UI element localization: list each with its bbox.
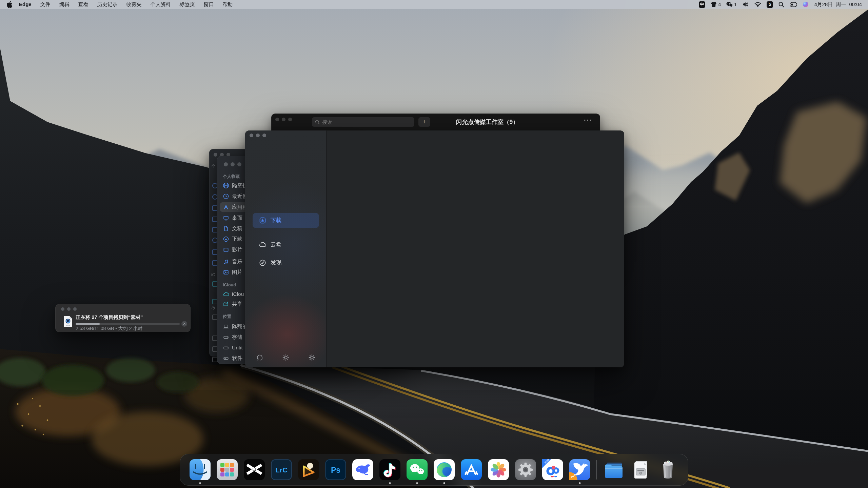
download-traffic-lights[interactable] <box>250 134 266 137</box>
menu-window[interactable]: 窗口 <box>199 0 218 9</box>
wechat-icon <box>407 459 428 480</box>
spotlight-search-icon[interactable] <box>778 2 784 7</box>
shirt-count: 4 <box>718 2 721 7</box>
douyin-icon <box>379 459 400 480</box>
dock-divider <box>596 460 597 480</box>
zoom-button[interactable] <box>237 162 241 166</box>
menu-favorites[interactable]: 收藏夹 <box>122 0 146 9</box>
close-button[interactable] <box>224 162 228 166</box>
laptop-icon <box>223 324 229 329</box>
dock-app-store[interactable] <box>461 459 482 480</box>
dock-edge[interactable] <box>434 459 455 480</box>
documents-stack-icon <box>630 459 651 480</box>
xunlei-icon: Pro <box>569 459 590 480</box>
wechat-status-item[interactable]: 1 <box>726 2 737 7</box>
close-button[interactable] <box>275 118 279 121</box>
wechat-count: 1 <box>734 2 737 7</box>
dock-folder-stack[interactable] <box>603 459 624 480</box>
dock: LrC Ps <box>180 454 688 486</box>
dock-capcut[interactable] <box>244 459 265 480</box>
siri-icon[interactable] <box>803 1 809 7</box>
menu-profiles[interactable]: 个人资料 <box>146 0 175 9</box>
sidebar-item-label: 文稿 <box>232 225 242 232</box>
zoom-button[interactable] <box>262 134 266 137</box>
wifi-icon[interactable] <box>754 2 761 7</box>
dock-deepseek[interactable] <box>352 459 373 480</box>
finder-section-favorites: 个人收藏 <box>223 174 240 180</box>
photoshop-icon: Ps <box>325 459 346 480</box>
menubar-clock[interactable]: 4月28日 周一 00:04 <box>814 1 862 8</box>
input-source-icon[interactable]: 中 <box>699 1 705 8</box>
dock-douyin[interactable] <box>379 459 400 480</box>
download-content-area <box>327 130 624 367</box>
wechat-search-box[interactable] <box>312 117 414 127</box>
menu-file[interactable]: 文件 <box>36 0 55 9</box>
dock-documents-stack[interactable] <box>630 459 651 480</box>
search-icon <box>315 120 320 124</box>
cloud-icon <box>259 241 266 248</box>
dock-baidu-netdisk[interactable]: 2025 <box>542 459 563 480</box>
dialog-traffic-lights[interactable] <box>61 307 77 311</box>
minimize-button[interactable] <box>231 162 235 166</box>
copy-progress-fill <box>76 323 100 325</box>
sidebar-header-fragment: 位 <box>211 306 215 311</box>
zoom-button[interactable] <box>73 307 77 311</box>
shirt-status-item[interactable]: 4 <box>711 2 721 7</box>
nav-item-discover[interactable]: 发现 <box>253 255 319 270</box>
sidebar-item-label: 音乐 <box>232 258 242 265</box>
sidebar-item-label: 下载 <box>232 236 242 243</box>
nav-item-label: 云盘 <box>271 241 281 248</box>
sidebar-item-label: iClou <box>232 291 244 297</box>
cancel-copy-button[interactable]: ✕ <box>181 321 187 327</box>
menu-edit[interactable]: 编辑 <box>55 0 74 9</box>
minimize-button[interactable] <box>67 307 71 311</box>
copy-progress-dialog: MP4 正在将 27 个项目拷贝到“素材” ✕ 2.53 GB/11.08 GB… <box>55 304 191 332</box>
dock-video-player-app[interactable] <box>298 459 319 480</box>
minimize-button[interactable] <box>256 134 260 137</box>
settings-gear-icon[interactable] <box>308 354 316 361</box>
close-button[interactable] <box>250 134 253 137</box>
apple-logo-icon[interactable] <box>7 1 13 8</box>
dock-system-settings[interactable] <box>515 459 536 480</box>
nav-item-cloud-drive[interactable]: 云盘 <box>253 237 319 252</box>
wechat-more-button[interactable]: ··· <box>584 116 593 124</box>
support-headset-icon[interactable] <box>256 354 263 361</box>
menu-help[interactable]: 帮助 <box>218 0 237 9</box>
wechat-search-input[interactable] <box>322 119 405 125</box>
mp4-file-icon: MP4 <box>63 316 73 327</box>
wechat-chat-title: 闪光点传媒工作室（9） <box>456 118 519 126</box>
download-tray-icon <box>259 217 266 224</box>
minimize-button[interactable] <box>282 118 285 121</box>
dock-photos[interactable] <box>488 459 509 480</box>
control-center-icon[interactable] <box>790 2 797 7</box>
desktop-icon <box>223 215 229 221</box>
close-button[interactable] <box>61 307 64 311</box>
close-button[interactable] <box>214 153 217 157</box>
sidebar-header-fragment: iC <box>211 272 215 277</box>
zoom-button[interactable] <box>288 118 292 121</box>
dock-finder[interactable] <box>190 459 211 480</box>
finder-traffic-lights[interactable] <box>224 162 241 166</box>
tshirt-icon <box>711 2 717 7</box>
menu-app-name[interactable]: Edge <box>15 0 36 9</box>
menu-tabs[interactable]: 标签页 <box>175 0 199 9</box>
wechat-traffic-lights[interactable] <box>275 118 292 121</box>
nav-item-label: 下载 <box>271 217 281 224</box>
dock-xunlei[interactable]: Pro <box>569 459 590 480</box>
nav-item-downloads[interactable]: 下载 <box>253 213 319 228</box>
menu-history[interactable]: 历史记录 <box>93 0 122 9</box>
dock-trash[interactable] <box>657 459 678 480</box>
dock-lightroom-classic[interactable]: LrC <box>271 459 292 480</box>
dock-photoshop[interactable]: Ps <box>325 459 346 480</box>
finder-section-icloud: iCloud <box>223 283 236 287</box>
wechat-add-button[interactable]: + <box>418 117 430 127</box>
dock-launchpad[interactable] <box>217 459 238 480</box>
theme-sun-icon[interactable] <box>282 354 290 361</box>
volume-icon[interactable] <box>742 2 749 7</box>
dock-wechat[interactable] <box>407 459 428 480</box>
s-app-status-icon[interactable]: S <box>767 1 773 8</box>
copy-status-text: 2.53 GB/11.08 GB - 大约 2 小时 <box>76 326 142 332</box>
video-player-icon <box>298 459 319 480</box>
menu-view[interactable]: 查看 <box>74 0 93 9</box>
sidebar-item-label: Untit <box>232 345 243 351</box>
